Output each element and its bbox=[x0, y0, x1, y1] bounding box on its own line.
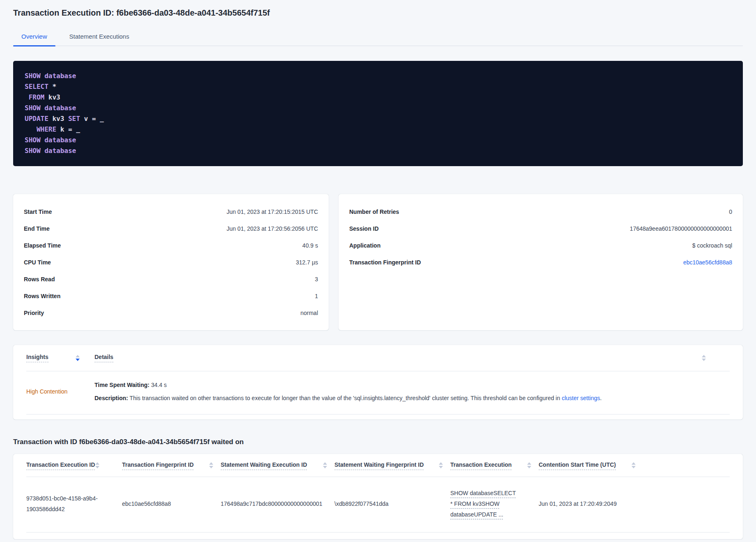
column-sort-icon[interactable] bbox=[95, 462, 99, 468]
stat-label: Priority bbox=[24, 310, 44, 316]
summary-cards-row: Start TimeJun 01, 2023 at 17:20:15:2015 … bbox=[13, 194, 743, 330]
stat-value: 312.7 µs bbox=[296, 259, 318, 266]
time-spent-waiting-label: Time Spent Waiting: bbox=[94, 382, 150, 388]
insight-details-cell: Time Spent Waiting: 34.4 s Description: … bbox=[94, 381, 730, 402]
stat-label: Start Time bbox=[24, 208, 52, 215]
sql-line: SHOW database bbox=[25, 103, 731, 113]
stat-row: Prioritynormal bbox=[24, 304, 318, 321]
sql-line: SHOW database bbox=[25, 71, 731, 81]
stat-label: Application bbox=[349, 242, 380, 249]
stat-row: End TimeJun 01, 2023 at 17:20:56:2056 UT… bbox=[24, 220, 318, 237]
insight-type-label: High Contention bbox=[26, 388, 94, 395]
sql-line: SHOW database bbox=[25, 135, 731, 146]
stat-row: Session ID17648a9eea60178000000000000000… bbox=[349, 220, 732, 237]
stat-row: Transaction Fingerprint IDebc10ae56cfd88… bbox=[349, 254, 732, 271]
stat-label: Elapsed Time bbox=[24, 242, 61, 249]
time-spent-waiting-value: 34.4 s bbox=[150, 382, 167, 388]
insights-table-card: Insights Details High Contention Time Sp… bbox=[13, 345, 743, 419]
stat-value: Jun 01, 2023 at 17:20:15:2015 UTC bbox=[226, 208, 318, 215]
stat-value: 1 bbox=[315, 293, 318, 299]
cell-contention-start-time: Jun 01, 2023 at 17:20:49:2049 bbox=[539, 498, 641, 509]
column-header-transaction-fingerprint-id[interactable]: Transaction Fingerprint ID bbox=[122, 461, 221, 470]
stat-label: Session ID bbox=[349, 225, 379, 232]
insights-table-header: Insights Details bbox=[26, 345, 730, 371]
tab-bar: Overview Statement Executions bbox=[13, 29, 743, 46]
stat-value: 0 bbox=[729, 208, 732, 215]
stat-row: Start TimeJun 01, 2023 at 17:20:15:2015 … bbox=[24, 203, 318, 220]
column-header-label: Contention Start Time (UTC) bbox=[539, 461, 616, 470]
column-sort-icon[interactable] bbox=[323, 462, 327, 468]
execution-details-card: Start TimeJun 01, 2023 at 17:20:15:2015 … bbox=[13, 194, 329, 330]
description-suffix: . bbox=[600, 395, 602, 401]
sql-line: FROM kv3 bbox=[25, 92, 731, 103]
column-header-statement-waiting-execution-id[interactable]: Statement Waiting Execution ID bbox=[221, 461, 334, 470]
insights-column-header[interactable]: Insights bbox=[26, 354, 94, 362]
stat-value: 3 bbox=[315, 276, 318, 283]
insights-column-label: Insights bbox=[26, 354, 48, 362]
stat-label: CPU Time bbox=[24, 259, 51, 266]
transaction-sql-statements: SHOW databaseSELECT * FROM kv3SHOW datab… bbox=[13, 61, 743, 166]
stat-value: normal bbox=[300, 310, 318, 316]
details-column-label: Details bbox=[94, 354, 113, 362]
cell-statement-waiting-execution-id: 176498a9c717bdc80000000000000001 bbox=[221, 498, 334, 509]
cluster-settings-link[interactable]: cluster settings bbox=[562, 395, 600, 401]
column-sort-icon[interactable] bbox=[439, 462, 443, 468]
stat-value: $ cockroach sql bbox=[692, 242, 732, 249]
column-header-statement-waiting-fingerprint-id[interactable]: Statement Waiting Fingerprint ID bbox=[334, 461, 450, 470]
sql-line: UPDATE kv3 SET v = _ bbox=[25, 113, 731, 124]
transaction-execution-sql-link[interactable]: SHOW databaseSELECT * FROM kv3SHOW datab… bbox=[450, 490, 516, 518]
column-header-contention-start-time-utc-[interactable]: Contention Start Time (UTC) bbox=[539, 461, 641, 470]
stat-row: Rows Read3 bbox=[24, 271, 318, 287]
stat-label: End Time bbox=[24, 225, 50, 232]
column-header-label: Transaction Execution ID bbox=[26, 461, 95, 470]
insight-row: High Contention Time Spent Waiting: 34.4… bbox=[26, 371, 730, 415]
time-spent-waiting-line: Time Spent Waiting: 34.4 s bbox=[94, 381, 730, 389]
stat-label: Rows Read bbox=[24, 276, 55, 283]
stat-row: CPU Time312.7 µs bbox=[24, 254, 318, 271]
column-header-label: Transaction Execution bbox=[450, 461, 512, 470]
cell-statement-waiting-fingerprint-id: \xdb8922f077541dda bbox=[334, 498, 450, 509]
page-title: Transaction Execution ID: f6be6366-da03-… bbox=[13, 7, 743, 18]
tab-statement-executions[interactable]: Statement Executions bbox=[61, 29, 138, 46]
column-sort-icon[interactable] bbox=[527, 462, 531, 468]
waited-on-table-row: 9738d051-bc0e-4158-a9b4-1903586ddd42 ebc… bbox=[26, 477, 730, 533]
column-header-label: Statement Waiting Fingerprint ID bbox=[334, 461, 424, 470]
waited-on-table-header: Transaction Execution IDTransaction Fing… bbox=[26, 454, 730, 477]
stat-label: Number of Retries bbox=[349, 208, 399, 215]
stat-row: Number of Retries0 bbox=[349, 203, 732, 220]
details-sort-icon[interactable] bbox=[702, 355, 706, 361]
description-text: This transaction waited on other transac… bbox=[128, 395, 562, 401]
cell-transaction-execution: SHOW databaseSELECT * FROM kv3SHOW datab… bbox=[450, 488, 539, 520]
insight-description-line: Description: This transaction waited on … bbox=[94, 394, 730, 402]
column-header-transaction-execution[interactable]: Transaction Execution bbox=[450, 461, 539, 470]
stat-value: 40.9 s bbox=[302, 242, 318, 249]
column-header-transaction-execution-id[interactable]: Transaction Execution ID bbox=[26, 461, 122, 470]
column-sort-icon[interactable] bbox=[209, 462, 213, 468]
stat-value: 17648a9eea6017800000000000000001 bbox=[630, 225, 732, 232]
waited-on-table-card: Transaction Execution IDTransaction Fing… bbox=[13, 454, 743, 539]
stat-row: Application$ cockroach sql bbox=[349, 237, 732, 254]
stat-value-link[interactable]: ebc10ae56cfd88a8 bbox=[683, 259, 732, 266]
execution-meta-card: Number of Retries0Session ID17648a9eea60… bbox=[339, 194, 743, 330]
stat-label: Transaction Fingerprint ID bbox=[349, 259, 421, 266]
cell-transaction-fingerprint-id: ebc10ae56cfd88a8 bbox=[122, 498, 221, 509]
sql-line: SELECT * bbox=[25, 81, 731, 92]
stat-row: Elapsed Time40.9 s bbox=[24, 237, 318, 254]
column-sort-icon[interactable] bbox=[632, 462, 636, 468]
stat-value: Jun 01, 2023 at 17:20:56:2056 UTC bbox=[226, 225, 318, 232]
waited-on-heading: Transaction with ID f6be6366-da03-48de-a… bbox=[13, 438, 743, 447]
stat-row: Rows Written1 bbox=[24, 287, 318, 304]
cell-transaction-execution-id: 9738d051-bc0e-4158-a9b4-1903586ddd42 bbox=[26, 493, 122, 514]
tab-overview[interactable]: Overview bbox=[13, 29, 55, 46]
insights-sort-icon[interactable] bbox=[76, 355, 80, 361]
column-header-label: Transaction Fingerprint ID bbox=[122, 461, 194, 470]
sql-line: WHERE k = _ bbox=[25, 124, 731, 135]
description-label: Description: bbox=[94, 395, 128, 401]
sql-line: SHOW database bbox=[25, 146, 731, 156]
stat-label: Rows Written bbox=[24, 293, 60, 299]
column-header-label: Statement Waiting Execution ID bbox=[221, 461, 307, 470]
